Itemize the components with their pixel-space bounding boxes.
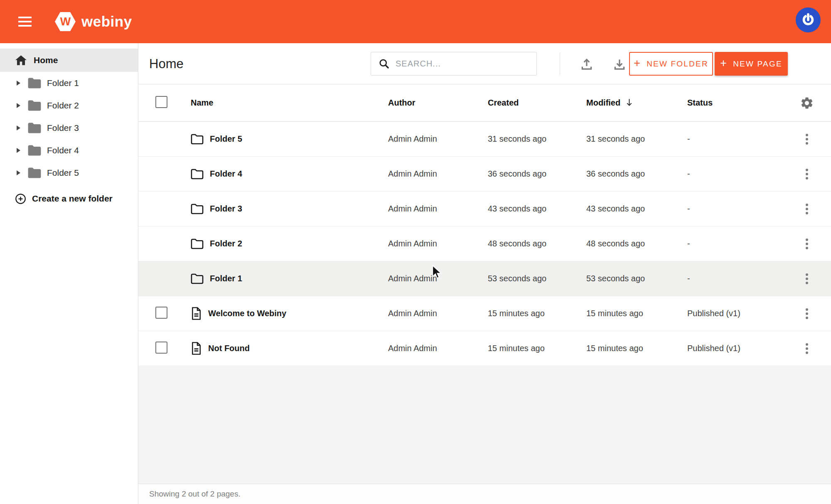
row-author: Admin Admin	[388, 344, 488, 353]
table-row[interactable]: Folder 3 Admin Admin 43 seconds ago 43 s…	[138, 192, 831, 226]
brand-wordmark: webiny	[81, 13, 132, 30]
row-created: 48 seconds ago	[488, 239, 586, 248]
sidebar-item-home[interactable]: Home	[0, 49, 138, 72]
row-status: -	[687, 204, 783, 214]
select-all-checkbox[interactable]	[155, 96, 167, 108]
search-icon	[379, 58, 390, 69]
row-author: Admin Admin	[388, 274, 488, 283]
kebab-icon[interactable]	[802, 200, 811, 218]
kebab-icon[interactable]	[802, 270, 811, 288]
gear-icon[interactable]	[800, 96, 814, 110]
folder-outline-icon	[191, 134, 204, 145]
table-row[interactable]: Not Found Admin Admin 15 minutes ago 15 …	[138, 331, 831, 366]
folder-outline-icon	[191, 273, 204, 284]
column-header-name[interactable]: Name	[191, 98, 213, 108]
search-box	[371, 52, 537, 76]
sidebar-folder-label: Folder 5	[47, 168, 79, 178]
row-created: 15 minutes ago	[488, 344, 586, 353]
download-icon[interactable]	[609, 53, 630, 75]
new-folder-button[interactable]: + NEW FOLDER	[629, 52, 713, 76]
row-checkbox[interactable]	[155, 342, 167, 354]
row-status: -	[687, 239, 783, 248]
webiny-logo: W webiny	[55, 12, 132, 31]
row-modified: 43 seconds ago	[586, 204, 687, 214]
new-page-button[interactable]: + NEW PAGE	[715, 52, 788, 76]
folder-outline-icon	[191, 238, 204, 249]
row-author: Admin Admin	[388, 204, 488, 214]
row-status: -	[687, 169, 783, 179]
column-header-created[interactable]: Created	[488, 98, 586, 108]
table-row[interactable]: Folder 4 Admin Admin 36 seconds ago 36 s…	[138, 157, 831, 192]
caret-right-icon[interactable]	[17, 148, 20, 153]
column-header-status[interactable]: Status	[687, 98, 783, 108]
sidebar-folder-label: Folder 1	[47, 78, 79, 88]
avatar-icon[interactable]	[796, 7, 821, 32]
row-author: Admin Admin	[388, 169, 488, 179]
row-created: 31 seconds ago	[488, 134, 586, 144]
folder-outline-icon	[191, 204, 204, 214]
row-status: -	[687, 134, 783, 144]
table-body: Folder 5 Admin Admin 31 seconds ago 31 s…	[138, 122, 831, 366]
table-row[interactable]: Folder 2 Admin Admin 48 seconds ago 48 s…	[138, 226, 831, 261]
page-title: Home	[149, 43, 184, 84]
plus-icon: +	[634, 57, 641, 70]
row-modified: 15 minutes ago	[586, 344, 687, 353]
hexagon-logo-icon: W	[55, 12, 76, 31]
search-input[interactable]	[396, 59, 536, 69]
plus-circle-icon	[15, 193, 26, 204]
document-icon	[191, 307, 202, 320]
plus-icon: +	[720, 57, 728, 70]
row-status: Published (v1)	[687, 309, 783, 318]
row-status: Published (v1)	[687, 344, 783, 353]
row-created: 36 seconds ago	[488, 169, 586, 179]
row-modified: 15 minutes ago	[586, 309, 687, 318]
column-header-author[interactable]: Author	[388, 98, 488, 108]
sidebar: Home Folder 1 Folder 2	[0, 43, 138, 504]
column-header-modified[interactable]: Modified	[586, 98, 687, 108]
caret-right-icon[interactable]	[17, 125, 20, 130]
folder-solid-icon	[27, 77, 42, 89]
row-modified: 48 seconds ago	[586, 239, 687, 248]
row-checkbox[interactable]	[155, 307, 167, 319]
row-name: Folder 3	[210, 204, 242, 214]
sidebar-folder-label: Folder 3	[47, 123, 79, 133]
menu-icon[interactable]	[18, 17, 32, 27]
caret-right-icon[interactable]	[17, 170, 20, 175]
kebab-icon[interactable]	[802, 340, 811, 357]
table-row[interactable]: Welcome to Webiny Admin Admin 15 minutes…	[138, 296, 831, 331]
row-author: Admin Admin	[388, 309, 488, 318]
row-name: Folder 2	[210, 239, 242, 248]
kebab-icon[interactable]	[802, 165, 811, 183]
toolbar-divider	[560, 52, 560, 75]
table-header: Name Author Created Modified Status	[138, 84, 831, 122]
kebab-icon[interactable]	[802, 235, 811, 253]
upload-icon[interactable]	[576, 53, 597, 75]
row-status: -	[687, 274, 783, 283]
row-name: Folder 5	[210, 134, 242, 144]
kebab-icon[interactable]	[802, 130, 811, 148]
sidebar-folder-item[interactable]: Folder 2	[0, 94, 138, 117]
sidebar-home-label: Home	[34, 55, 58, 65]
sidebar-folder-item[interactable]: Folder 1	[0, 72, 138, 94]
row-name: Not Found	[208, 344, 250, 353]
folder-solid-icon	[27, 145, 42, 156]
document-icon	[191, 342, 202, 355]
row-modified: 53 seconds ago	[586, 274, 687, 283]
table-row[interactable]: Folder 1 Admin Admin 53 seconds ago 53 s…	[138, 261, 831, 296]
row-modified: 36 seconds ago	[586, 169, 687, 179]
sidebar-folder-item[interactable]: Folder 5	[0, 162, 138, 184]
home-icon	[15, 55, 27, 66]
row-name: Folder 1	[210, 274, 242, 283]
table-row[interactable]: Folder 5 Admin Admin 31 seconds ago 31 s…	[138, 122, 831, 157]
sidebar-folder-item[interactable]: Folder 4	[0, 139, 138, 162]
row-name: Folder 4	[210, 169, 242, 179]
sidebar-folder-item[interactable]: Folder 3	[0, 117, 138, 139]
row-created: 43 seconds ago	[488, 204, 586, 214]
row-name: Welcome to Webiny	[208, 309, 286, 318]
caret-right-icon[interactable]	[17, 103, 20, 108]
kebab-icon[interactable]	[802, 305, 811, 322]
row-modified: 31 seconds ago	[586, 134, 687, 144]
create-new-folder-button[interactable]: Create a new folder	[0, 187, 138, 211]
folder-solid-icon	[27, 122, 42, 134]
caret-right-icon[interactable]	[17, 81, 20, 86]
